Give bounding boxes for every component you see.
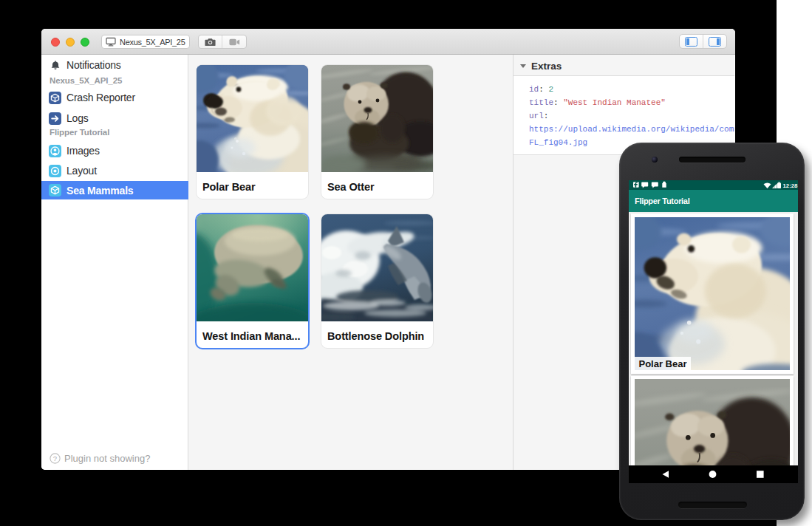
svg-text:?: ? [53,454,57,462]
svg-text:12:28: 12:28 [783,182,799,189]
